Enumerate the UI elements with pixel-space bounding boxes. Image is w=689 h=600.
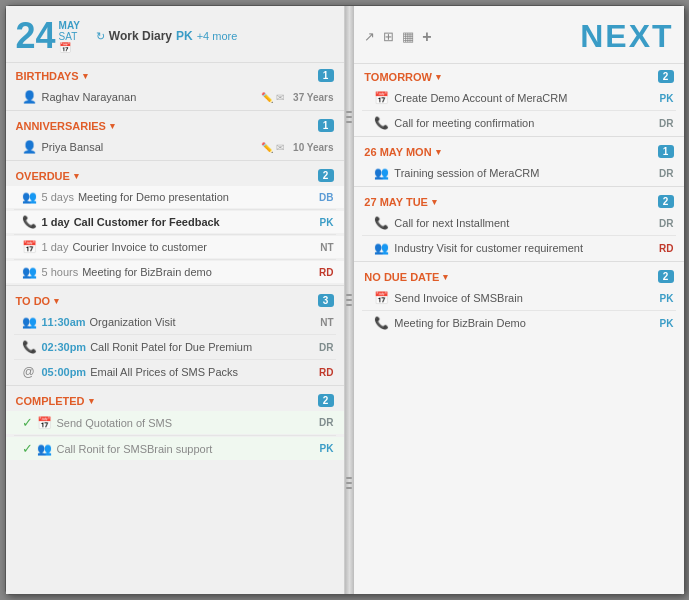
todo-badge: 3 [318, 294, 334, 307]
noduedate-label: NO DUE DATE [364, 271, 439, 283]
calendar-icon: 📅 [374, 91, 388, 105]
spine-dot [346, 111, 352, 113]
overdue-duration-2: 1 day [42, 241, 69, 253]
todo-title[interactable]: TO DO ▾ [16, 295, 60, 307]
tomorrow-chevron: ▾ [436, 72, 441, 82]
spine-dot [346, 121, 352, 123]
person-icon: 👤 [22, 140, 36, 154]
birthday-edit-icon[interactable]: ✏️ [261, 92, 273, 103]
27may-title[interactable]: 27 MAY TUE ▾ [364, 196, 437, 208]
completed-title[interactable]: COMPLETED ▾ [16, 395, 94, 407]
noduedate-title[interactable]: NO DUE DATE ▾ [364, 271, 448, 283]
birthdays-title[interactable]: BIRTHDAYS ▾ [16, 70, 88, 82]
todo-item-1[interactable]: 📞 02:30pm Call Ronit Patel for Due Premi… [6, 336, 344, 358]
grid-icon[interactable]: ▦ [402, 29, 414, 44]
completed-chevron: ▾ [89, 396, 94, 406]
refresh-icon[interactable]: ↻ [96, 30, 105, 43]
group-icon: 👥 [22, 190, 36, 204]
filter-icon[interactable]: ⊞ [383, 29, 394, 44]
overdue-duration-1: 1 day [42, 216, 70, 228]
tomorrow-badge: 2 [658, 70, 674, 83]
todo-tag-2: RD [319, 367, 333, 378]
birthday-mail-icon[interactable]: ✉ [276, 92, 284, 103]
at-icon: @ [22, 365, 36, 379]
completed-label-1: Call Ronit for SMSBrain support [57, 443, 314, 455]
27may-item-1[interactable]: 👥 Industry Visit for customer requiremen… [354, 237, 683, 259]
right-header: ↗ ⊞ ▦ + NEXT [354, 14, 683, 64]
overdue-item-2[interactable]: 📅 1 day Courier Invoice to customer NT [6, 236, 344, 258]
overdue-tag-1: PK [320, 217, 334, 228]
check-icon: ✓ [22, 441, 33, 456]
26may-title[interactable]: 26 MAY MON ▾ [364, 146, 440, 158]
noduedate-item-1[interactable]: 📞 Meeting for BizBrain Demo PK [354, 312, 683, 334]
completed-section-header: COMPLETED ▾ 2 [6, 388, 344, 411]
anniversaries-title[interactable]: ANNIVERSARIES ▾ [16, 120, 115, 132]
overdue-title[interactable]: OVERDUE ▾ [16, 170, 79, 182]
person-icon: 👤 [22, 90, 36, 104]
anniversary-mail-icon[interactable]: ✉ [276, 142, 284, 153]
birthday-years-0: 37 Years [293, 92, 333, 103]
anniversaries-section-header: ANNIVERSARIES ▾ 1 [6, 113, 344, 136]
anniversary-item-0[interactable]: 👤 Priya Bansal ✏️ ✉ 10 Years [6, 136, 344, 158]
noduedate-item-0[interactable]: 📅 Send Invoice of SMSBrain PK [354, 287, 683, 309]
left-page: 24 MAY SAT 📅 ↻ Work Diary PK +4 more BIR… [6, 6, 345, 594]
26may-chevron: ▾ [436, 147, 441, 157]
27may-chevron: ▾ [432, 197, 437, 207]
anniversary-edit-icon[interactable]: ✏️ [261, 142, 273, 153]
overdue-label-3: Meeting for BizBrain demo [82, 266, 313, 278]
completed-item-1[interactable]: ✓ 👥 Call Ronit for SMSBrain support PK [6, 437, 344, 460]
completed-badge: 2 [318, 394, 334, 407]
27may-item-0[interactable]: 📞 Call for next Installment DR [354, 212, 683, 234]
spine-dot [346, 477, 352, 479]
anniversary-name-0: Priya Bansal [42, 141, 262, 153]
todo-label-0: Organization Visit [90, 316, 315, 328]
27may-label-1: Industry Visit for customer requirement [394, 242, 653, 254]
tomorrow-item-0[interactable]: 📅 Create Demo Account of MeraCRM PK [354, 87, 683, 109]
todo-time-1: 02:30pm [42, 341, 87, 353]
add-icon[interactable]: + [422, 28, 431, 46]
group-icon: 👥 [37, 442, 51, 456]
overdue-label-0: Meeting for Demo presentation [78, 191, 313, 203]
todo-item-0[interactable]: 👥 11:30am Organization Visit NT [6, 311, 344, 333]
noduedate-section-header: NO DUE DATE ▾ 2 [354, 264, 683, 287]
date-block: 24 MAY SAT 📅 [16, 18, 80, 54]
anniversary-years-0: 10 Years [293, 142, 333, 153]
todo-label-2: Email All Prices of SMS Packs [90, 366, 313, 378]
todo-label-1: Call Ronit Patel for Due Premium [90, 341, 313, 353]
work-diary-label: Work Diary [109, 29, 172, 43]
calendar-icon: 📅 [374, 291, 388, 305]
tomorrow-title[interactable]: TOMORROW ▾ [364, 71, 441, 83]
tomorrow-label-1: Call for meeting confirmation [394, 117, 653, 129]
todo-item-2[interactable]: @ 05:00pm Email All Prices of SMS Packs … [6, 361, 344, 383]
overdue-item-3[interactable]: 👥 5 hours Meeting for BizBrain demo RD [6, 261, 344, 283]
check-icon: ✓ [22, 415, 33, 430]
overdue-tag-0: DB [319, 192, 333, 203]
tomorrow-label: TOMORROW [364, 71, 432, 83]
birthdays-badge: 1 [318, 69, 334, 82]
27may-tag-0: DR [659, 218, 673, 229]
noduedate-badge: 2 [658, 270, 674, 283]
birthday-item-0[interactable]: 👤 Raghav Narayanan ✏️ ✉ 37 Years [6, 86, 344, 108]
26may-label: 26 MAY MON [364, 146, 431, 158]
spine-dots-mid [346, 294, 352, 306]
26may-tag-0: DR [659, 168, 673, 179]
left-header: 24 MAY SAT 📅 ↻ Work Diary PK +4 more [6, 14, 344, 63]
completed-tag-0: DR [319, 417, 333, 428]
spine-dot [346, 304, 352, 306]
26may-badge: 1 [658, 145, 674, 158]
work-diary-more[interactable]: +4 more [197, 30, 238, 42]
tomorrow-item-1[interactable]: 📞 Call for meeting confirmation DR [354, 112, 683, 134]
completed-label: COMPLETED [16, 395, 85, 407]
overdue-badge: 2 [318, 169, 334, 182]
date-day: SAT [59, 31, 80, 42]
overdue-item-0[interactable]: 👥 5 days Meeting for Demo presentation D… [6, 186, 344, 208]
overdue-section-header: OVERDUE ▾ 2 [6, 163, 344, 186]
spine-dots-top [346, 111, 352, 123]
26may-section-header: 26 MAY MON ▾ 1 [354, 139, 683, 162]
overdue-tag-3: RD [319, 267, 333, 278]
share-icon[interactable]: ↗ [364, 29, 375, 44]
26may-item-0[interactable]: 👥 Training session of MeraCRM DR [354, 162, 683, 184]
completed-item-0[interactable]: ✓ 📅 Send Quotation of SMS DR [6, 411, 344, 434]
overdue-item-1[interactable]: 📞 1 day Call Customer for Feedback PK [6, 211, 344, 233]
date-info: MAY SAT 📅 [59, 20, 80, 53]
